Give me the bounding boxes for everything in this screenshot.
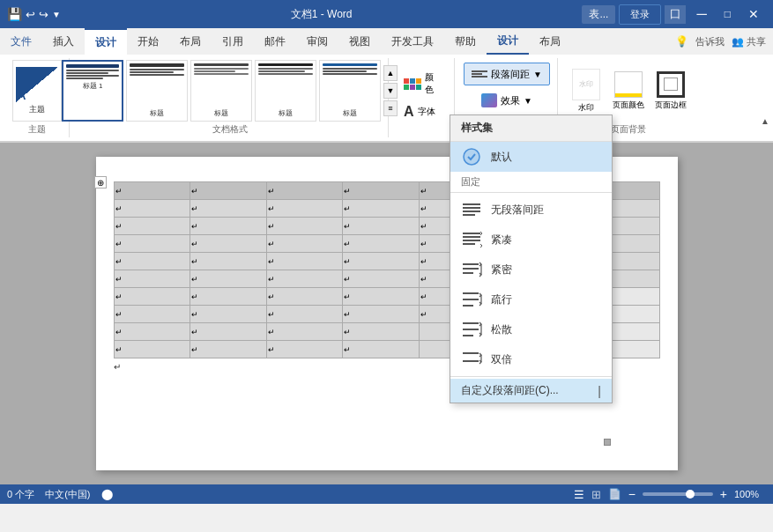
table-cell[interactable]: ↵	[114, 182, 190, 200]
svg-rect-14	[463, 292, 479, 294]
dropdown-item-double[interactable]: 双倍	[450, 344, 612, 374]
word-count: 0 个字	[7, 488, 34, 501]
help-icon[interactable]: 💡	[675, 35, 688, 48]
style-item-2[interactable]: 标题	[126, 60, 188, 122]
style-item-1[interactable]: 标题 1	[62, 60, 123, 122]
dropdown-item-no-spacing[interactable]: 无段落间距	[450, 195, 612, 225]
no-spacing-icon	[461, 199, 482, 220]
default-label: 默认	[491, 150, 512, 165]
table-resize-handle[interactable]	[604, 439, 611, 446]
dropdown-item-tight[interactable]: 紧密	[450, 255, 612, 284]
double-label: 双倍	[491, 352, 512, 367]
dropdown-section-fixed: 固定	[450, 172, 612, 190]
page-color-button[interactable]: 页面颜色	[609, 68, 648, 114]
tell-me[interactable]: 告诉我	[695, 35, 725, 48]
zoom-level: 100%	[734, 489, 766, 499]
page-border-button[interactable]: 页面边框	[651, 68, 690, 114]
fonts-button[interactable]: A 字体	[398, 100, 447, 124]
dropdown-header: 样式集	[450, 115, 612, 142]
theme-item[interactable]: A 主题	[12, 60, 62, 122]
main-area: ⊕ ↵ ↵ ↵ ↵ ↵ ↵ ↵ ↵ ↵ ↵ ↵ ↵	[0, 143, 773, 484]
tab-design2[interactable]: 设计	[487, 28, 529, 55]
tab-insert[interactable]: 插入	[42, 28, 85, 55]
tab-design[interactable]: 设计	[85, 28, 127, 55]
table-move-handle[interactable]: ⊕	[94, 176, 107, 188]
tight-label: 紧密	[491, 262, 512, 277]
dropdown-item-compact[interactable]: 紧凑	[450, 225, 612, 255]
open-icon	[461, 289, 482, 310]
doc-format-group: 标题 1 标题 标题	[71, 58, 389, 137]
colors-fonts-group: 颜色 A 字体	[390, 58, 455, 137]
tab-home[interactable]: 开始	[127, 28, 169, 55]
document-title: 文档1 - Word	[291, 7, 353, 22]
login-button[interactable]: 登录	[619, 4, 661, 25]
doc-format-label: 文档格式	[212, 122, 248, 136]
collapse-ribbon[interactable]: ▲	[761, 116, 769, 126]
svg-rect-8	[463, 240, 480, 241]
maximize-button[interactable]: □	[717, 8, 738, 20]
dropdown-item-open[interactable]: 疏行	[450, 284, 612, 314]
svg-rect-20	[463, 335, 473, 336]
dropdown-item-default[interactable]: 默认	[450, 142, 612, 172]
style-item-5[interactable]: 标题	[319, 60, 381, 122]
style-item-4[interactable]: 标题	[255, 60, 316, 122]
extra-btn[interactable]: 表...	[582, 5, 615, 24]
cursor-indicator: |	[598, 384, 601, 398]
style-item-3[interactable]: 标题	[190, 60, 252, 122]
svg-rect-22	[463, 352, 479, 354]
tight-icon	[461, 259, 482, 280]
tab-review[interactable]: 审阅	[296, 28, 338, 55]
zoom-in[interactable]: +	[720, 487, 727, 501]
theme-group-label: 主题	[28, 122, 46, 136]
redo-icon[interactable]: ↪	[39, 8, 48, 21]
watermark-button[interactable]: 水印 水印	[567, 68, 606, 114]
tab-layout2[interactable]: 布局	[529, 28, 571, 55]
colors-button[interactable]: 颜色	[398, 71, 447, 96]
open-label: 疏行	[491, 292, 512, 307]
quick-access-more[interactable]: ▼	[52, 10, 61, 19]
collab-icon[interactable]: 囗	[665, 5, 686, 24]
tab-layout[interactable]: 布局	[169, 28, 212, 55]
close-button[interactable]: ✕	[741, 7, 766, 21]
default-icon	[461, 146, 482, 167]
language: 中文(中国)	[45, 488, 90, 501]
view-read[interactable]: 📄	[608, 488, 621, 500]
tab-developer[interactable]: 开发工具	[381, 28, 444, 55]
effects-button[interactable]: 效果 ▼	[473, 89, 540, 112]
tab-view[interactable]: 视图	[338, 28, 381, 55]
minimize-button[interactable]: ─	[689, 6, 713, 22]
tab-references[interactable]: 引用	[212, 28, 254, 55]
zoom-slider[interactable]	[643, 492, 713, 496]
svg-rect-4	[463, 211, 480, 212]
ribbon-content: A 主题 主题 标题 1 标题	[0, 55, 773, 143]
svg-rect-23	[463, 360, 479, 362]
svg-rect-11	[463, 268, 479, 270]
svg-rect-15	[463, 299, 479, 300]
table-cell[interactable]: ↵	[266, 182, 343, 200]
tab-help[interactable]: 帮助	[444, 28, 487, 55]
share-icon[interactable]: 👥 共享	[732, 35, 766, 48]
view-print-layout[interactable]: ☰	[574, 488, 584, 501]
para-spacing-button[interactable]: 段落间距 ▼	[464, 63, 550, 85]
macro-icon[interactable]: ⬤	[101, 488, 113, 500]
page-bg-label: 页面背景	[611, 122, 646, 136]
tab-mail[interactable]: 邮件	[254, 28, 296, 55]
no-spacing-label: 无段落间距	[491, 203, 544, 218]
svg-rect-9	[463, 243, 475, 245]
table-cell[interactable]: ↵	[343, 182, 420, 200]
ribbon-tabs: 文件 插入 设计 开始 布局 引用 邮件 审阅 视图 开发工具 帮助 设计 布局…	[0, 28, 773, 55]
double-icon	[461, 349, 482, 370]
svg-rect-5	[463, 214, 475, 216]
tab-file[interactable]: 文件	[0, 28, 42, 55]
compact-label: 紧凑	[491, 233, 512, 248]
zoom-out[interactable]: −	[628, 487, 635, 501]
theme-group: A 主题 主题	[5, 58, 70, 137]
svg-rect-3	[463, 207, 480, 209]
dropdown-item-relaxed[interactable]: 松散	[450, 314, 612, 344]
view-web[interactable]: ⊞	[591, 488, 601, 501]
dropdown-custom-spacing[interactable]: 自定义段落间距(C)... |	[450, 379, 612, 403]
svg-rect-12	[463, 272, 473, 274]
table-cell[interactable]: ↵	[190, 182, 267, 200]
save-icon[interactable]: 💾	[7, 7, 22, 21]
undo-icon[interactable]: ↩	[26, 8, 35, 21]
